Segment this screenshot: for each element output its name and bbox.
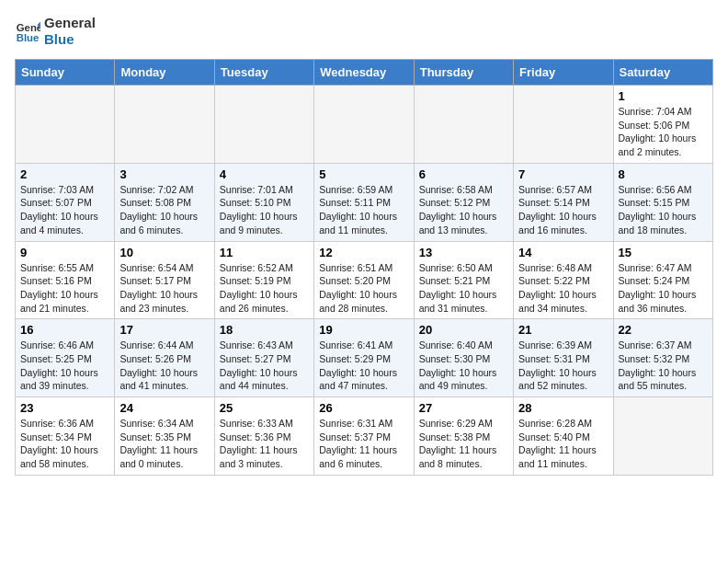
day-number: 13 — [419, 246, 508, 259]
week-row-1: 1Sunrise: 7:04 AM Sunset: 5:06 PM Daylig… — [16, 86, 713, 164]
day-number: 4 — [220, 167, 309, 181]
day-number: 17 — [119, 323, 209, 337]
day-cell: 28Sunrise: 6:28 AM Sunset: 5:40 PM Dayli… — [514, 397, 613, 476]
day-info: Sunrise: 6:39 AM Sunset: 5:31 PM Dayligh… — [518, 339, 608, 393]
day-cell: 1Sunrise: 7:04 AM Sunset: 5:06 PM Daylig… — [613, 86, 712, 164]
day-number: 16 — [20, 323, 109, 337]
day-number: 9 — [20, 246, 109, 259]
day-cell: 20Sunrise: 6:40 AM Sunset: 5:30 PM Dayli… — [414, 319, 513, 397]
day-info: Sunrise: 6:34 AM Sunset: 5:35 PM Dayligh… — [119, 417, 209, 471]
day-cell: 23Sunrise: 6:36 AM Sunset: 5:34 PM Dayli… — [16, 397, 115, 476]
day-info: Sunrise: 6:59 AM Sunset: 5:11 PM Dayligh… — [319, 183, 408, 237]
day-cell — [214, 86, 313, 164]
day-number: 15 — [619, 246, 708, 259]
day-cell: 8Sunrise: 6:56 AM Sunset: 5:15 PM Daylig… — [613, 163, 712, 241]
page-header: General Blue General Blue — [15, 15, 713, 48]
day-number: 19 — [319, 323, 408, 337]
day-info: Sunrise: 6:40 AM Sunset: 5:30 PM Dayligh… — [419, 339, 508, 393]
header-row: SundayMondayTuesdayWednesdayThursdayFrid… — [16, 60, 713, 86]
day-cell — [16, 86, 115, 164]
day-number: 18 — [220, 323, 309, 337]
day-info: Sunrise: 6:54 AM Sunset: 5:17 PM Dayligh… — [119, 261, 209, 316]
day-number: 2 — [20, 167, 109, 181]
day-number: 26 — [319, 401, 408, 415]
day-info: Sunrise: 6:28 AM Sunset: 5:40 PM Dayligh… — [518, 417, 608, 471]
day-info: Sunrise: 6:50 AM Sunset: 5:21 PM Dayligh… — [419, 261, 508, 316]
week-row-3: 9Sunrise: 6:55 AM Sunset: 5:16 PM Daylig… — [16, 241, 713, 319]
day-cell: 12Sunrise: 6:51 AM Sunset: 5:20 PM Dayli… — [314, 241, 414, 319]
day-info: Sunrise: 6:33 AM Sunset: 5:36 PM Dayligh… — [220, 417, 309, 471]
week-row-2: 2Sunrise: 7:03 AM Sunset: 5:07 PM Daylig… — [16, 163, 713, 241]
day-info: Sunrise: 6:29 AM Sunset: 5:38 PM Dayligh… — [419, 417, 508, 471]
day-cell: 26Sunrise: 6:31 AM Sunset: 5:37 PM Dayli… — [314, 397, 414, 476]
day-cell: 19Sunrise: 6:41 AM Sunset: 5:29 PM Dayli… — [314, 319, 414, 397]
day-number: 20 — [419, 323, 508, 337]
day-number: 7 — [518, 167, 608, 181]
day-number: 21 — [518, 323, 608, 337]
day-cell: 6Sunrise: 6:58 AM Sunset: 5:12 PM Daylig… — [414, 163, 513, 241]
day-cell — [514, 86, 613, 164]
day-number: 8 — [619, 167, 708, 181]
day-number: 11 — [220, 246, 309, 259]
day-info: Sunrise: 6:46 AM Sunset: 5:25 PM Dayligh… — [20, 339, 109, 393]
day-info: Sunrise: 6:36 AM Sunset: 5:34 PM Dayligh… — [20, 417, 109, 471]
day-cell: 16Sunrise: 6:46 AM Sunset: 5:25 PM Dayli… — [16, 319, 115, 397]
day-info: Sunrise: 6:48 AM Sunset: 5:22 PM Dayligh… — [518, 261, 608, 316]
day-cell: 15Sunrise: 6:47 AM Sunset: 5:24 PM Dayli… — [613, 241, 712, 319]
day-cell: 5Sunrise: 6:59 AM Sunset: 5:11 PM Daylig… — [314, 163, 414, 241]
day-number: 6 — [419, 167, 508, 181]
day-cell: 18Sunrise: 6:43 AM Sunset: 5:27 PM Dayli… — [214, 319, 313, 397]
day-info: Sunrise: 6:41 AM Sunset: 5:29 PM Dayligh… — [319, 339, 408, 393]
day-info: Sunrise: 6:51 AM Sunset: 5:20 PM Dayligh… — [319, 261, 408, 316]
day-number: 22 — [619, 323, 708, 337]
header-cell-friday: Friday — [514, 60, 613, 86]
day-cell: 2Sunrise: 7:03 AM Sunset: 5:07 PM Daylig… — [16, 163, 115, 241]
day-cell: 7Sunrise: 6:57 AM Sunset: 5:14 PM Daylig… — [514, 163, 613, 241]
day-info: Sunrise: 6:44 AM Sunset: 5:26 PM Dayligh… — [119, 339, 209, 393]
day-info: Sunrise: 6:58 AM Sunset: 5:12 PM Dayligh… — [419, 183, 508, 237]
day-cell: 14Sunrise: 6:48 AM Sunset: 5:22 PM Dayli… — [514, 241, 613, 319]
day-info: Sunrise: 7:02 AM Sunset: 5:08 PM Dayligh… — [119, 183, 209, 237]
day-number: 5 — [319, 167, 408, 181]
header-cell-wednesday: Wednesday — [314, 60, 414, 86]
day-cell: 17Sunrise: 6:44 AM Sunset: 5:26 PM Dayli… — [115, 319, 214, 397]
day-number: 14 — [518, 246, 608, 259]
header-cell-sunday: Sunday — [16, 60, 115, 86]
day-cell — [314, 86, 414, 164]
day-info: Sunrise: 7:03 AM Sunset: 5:07 PM Dayligh… — [20, 183, 109, 237]
day-cell: 24Sunrise: 6:34 AM Sunset: 5:35 PM Dayli… — [115, 397, 214, 476]
day-info: Sunrise: 6:37 AM Sunset: 5:32 PM Dayligh… — [619, 339, 708, 393]
day-number: 1 — [619, 89, 708, 103]
day-number: 12 — [319, 246, 408, 259]
calendar-table: SundayMondayTuesdayWednesdayThursdayFrid… — [15, 59, 713, 476]
day-info: Sunrise: 7:04 AM Sunset: 5:06 PM Dayligh… — [619, 105, 708, 159]
day-number: 3 — [119, 167, 209, 181]
logo-icon: General Blue — [15, 18, 40, 44]
day-cell — [115, 86, 214, 164]
header-cell-monday: Monday — [115, 60, 214, 86]
day-info: Sunrise: 6:57 AM Sunset: 5:14 PM Dayligh… — [518, 183, 608, 237]
day-number: 28 — [518, 401, 608, 415]
day-info: Sunrise: 6:55 AM Sunset: 5:16 PM Dayligh… — [20, 261, 109, 316]
day-cell: 4Sunrise: 7:01 AM Sunset: 5:10 PM Daylig… — [214, 163, 313, 241]
week-row-4: 16Sunrise: 6:46 AM Sunset: 5:25 PM Dayli… — [16, 319, 713, 397]
day-info: Sunrise: 6:47 AM Sunset: 5:24 PM Dayligh… — [619, 261, 708, 316]
header-cell-tuesday: Tuesday — [214, 60, 313, 86]
day-cell — [414, 86, 513, 164]
day-info: Sunrise: 6:52 AM Sunset: 5:19 PM Dayligh… — [220, 261, 309, 316]
day-info: Sunrise: 6:56 AM Sunset: 5:15 PM Dayligh… — [619, 183, 708, 237]
logo-line1: General — [44, 15, 96, 31]
day-cell: 21Sunrise: 6:39 AM Sunset: 5:31 PM Dayli… — [514, 319, 613, 397]
day-cell — [613, 397, 712, 476]
logo-line2: Blue — [44, 31, 96, 48]
day-number: 10 — [119, 246, 209, 259]
day-info: Sunrise: 7:01 AM Sunset: 5:10 PM Dayligh… — [220, 183, 309, 237]
day-cell: 22Sunrise: 6:37 AM Sunset: 5:32 PM Dayli… — [613, 319, 712, 397]
svg-text:Blue: Blue — [17, 32, 40, 43]
day-number: 24 — [119, 401, 209, 415]
day-cell: 13Sunrise: 6:50 AM Sunset: 5:21 PM Dayli… — [414, 241, 513, 319]
day-number: 25 — [220, 401, 309, 415]
day-info: Sunrise: 6:31 AM Sunset: 5:37 PM Dayligh… — [319, 417, 408, 471]
day-cell: 10Sunrise: 6:54 AM Sunset: 5:17 PM Dayli… — [115, 241, 214, 319]
logo: General Blue General Blue — [15, 15, 96, 48]
